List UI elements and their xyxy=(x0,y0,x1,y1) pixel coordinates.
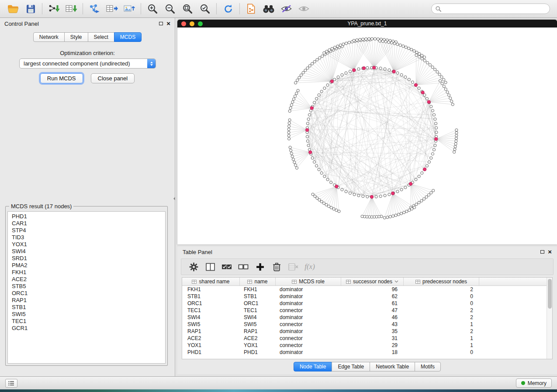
float-panel-icon[interactable] xyxy=(540,250,544,254)
mcds-result-item[interactable]: YOX1 xyxy=(8,241,165,248)
show-all-button[interactable] xyxy=(295,2,312,16)
columns-icon xyxy=(206,263,215,271)
mcds-result-item[interactable]: STB1 xyxy=(8,304,165,311)
table-row[interactable]: STB1STB1dominator620 xyxy=(182,293,552,300)
mcds-result-item[interactable]: TEC1 xyxy=(8,318,165,325)
mcds-result-item[interactable]: ACE2 xyxy=(8,276,165,283)
tab-node-table[interactable]: Node Table xyxy=(294,362,332,371)
window-close-button[interactable] xyxy=(181,21,186,26)
apply-layout-button[interactable] xyxy=(219,2,237,16)
window-zoom-button[interactable] xyxy=(198,21,203,26)
zoom-selected-button[interactable] xyxy=(196,2,214,16)
import-table-button[interactable] xyxy=(62,2,80,16)
tab-select[interactable]: Select xyxy=(88,32,114,42)
deselect-all-rows-button[interactable] xyxy=(238,261,249,272)
collapse-left-icon[interactable] xyxy=(173,197,175,200)
mcds-result-item[interactable]: GCR1 xyxy=(8,325,165,332)
find-button[interactable] xyxy=(260,2,277,16)
table-cell: 46 xyxy=(341,314,404,321)
zoom-out-icon xyxy=(165,3,176,14)
network-canvas[interactable] xyxy=(177,28,557,244)
trash-icon xyxy=(273,262,281,272)
window-minimize-button[interactable] xyxy=(190,21,194,26)
mcds-result-item[interactable]: SWI4 xyxy=(8,248,165,255)
open-file-button[interactable] xyxy=(4,2,22,16)
mcds-result-item[interactable]: CAR1 xyxy=(8,220,165,227)
mcds-result-item[interactable]: RAP1 xyxy=(8,297,165,304)
hide-selected-button[interactable] xyxy=(277,2,295,16)
table-settings-button[interactable] xyxy=(188,261,199,272)
table-cell: FKH1 xyxy=(182,286,240,293)
close-panel-button[interactable]: Close panel xyxy=(91,73,135,83)
mcds-result-item[interactable]: SWI5 xyxy=(8,311,165,318)
table-row[interactable]: FKH1FKH1dominator962 xyxy=(182,286,552,293)
network-window-titlebar[interactable]: YPA_prune.txt_1 xyxy=(177,20,557,28)
tab-network[interactable]: Network xyxy=(33,32,65,42)
table-row[interactable]: ACE2ACE2connector311 xyxy=(182,335,552,342)
show-columns-button[interactable] xyxy=(205,261,215,272)
table-row[interactable]: PHD1PHD1dominator180 xyxy=(182,349,552,356)
eye-icon xyxy=(298,4,310,13)
column-header-shared-name[interactable]: shared name xyxy=(182,278,240,285)
node-table-header: shared name name MCDS role successor nod… xyxy=(182,278,552,286)
table-row[interactable]: RAP1RAP1dominator352 xyxy=(182,328,552,335)
import-network-button[interactable] xyxy=(45,2,62,16)
mcds-result-item[interactable]: ORC1 xyxy=(8,290,165,297)
tab-network-table[interactable]: Network Table xyxy=(370,362,415,371)
network-window-title: YPA_prune.txt_1 xyxy=(348,21,387,27)
select-all-rows-button[interactable] xyxy=(221,261,232,272)
zoom-in-button[interactable] xyxy=(144,2,161,16)
tab-motifs[interactable]: Motifs xyxy=(415,362,441,371)
table-cell: RAP1 xyxy=(240,328,276,335)
search-field[interactable] xyxy=(431,3,550,14)
scrollbar-thumb[interactable] xyxy=(548,279,552,309)
table-row[interactable]: ORC1ORC1dominator610 xyxy=(182,300,552,307)
delete-column-button[interactable] xyxy=(271,261,282,272)
table-row[interactable]: YOX1YOX1connector291 xyxy=(182,342,552,349)
table-row[interactable]: TEC1TEC1connector472 xyxy=(182,307,552,314)
network-graph xyxy=(177,28,557,244)
table-row[interactable]: SWI5SWI5connector431 xyxy=(182,321,552,328)
search-input[interactable] xyxy=(444,6,546,12)
function-builder-button[interactable]: f(x) xyxy=(304,261,315,272)
table-cell: TEC1 xyxy=(240,307,276,314)
tab-edge-table[interactable]: Edge Table xyxy=(332,362,370,371)
mcds-result-list[interactable]: PHD1CAR1STP4TID3YOX1SWI4SRD1PMA2FKH1ACE2… xyxy=(7,211,166,364)
optimization-criterion-select[interactable]: largest connected component (undirected) xyxy=(19,58,156,69)
float-panel-icon[interactable] xyxy=(159,22,163,25)
tab-style[interactable]: Style xyxy=(64,32,88,42)
mcds-result-item[interactable]: TID3 xyxy=(8,234,165,241)
column-header-mcds-role[interactable]: MCDS role xyxy=(276,278,341,285)
memory-button[interactable]: Memory xyxy=(516,378,552,388)
share-document-button[interactable] xyxy=(242,2,260,16)
clear-table-button[interactable] xyxy=(288,261,298,272)
column-header-successor-nodes[interactable]: successor nodes xyxy=(341,278,404,285)
task-history-button[interactable] xyxy=(5,379,17,388)
mcds-result-item[interactable]: FKH1 xyxy=(8,269,165,276)
close-panel-icon[interactable]: × xyxy=(166,21,170,26)
table-cell: 2 xyxy=(404,307,479,314)
mcds-result-item[interactable]: STB5 xyxy=(8,283,165,290)
eye-slash-icon xyxy=(280,4,292,13)
close-panel-icon[interactable]: × xyxy=(548,250,552,254)
table-cell: STB1 xyxy=(182,293,240,300)
tab-mcds[interactable]: MCDS xyxy=(114,32,142,42)
table-row[interactable]: SWI4SWI4dominator462 xyxy=(182,314,552,321)
mcds-result-item[interactable]: PHD1 xyxy=(8,213,165,220)
export-table-button[interactable] xyxy=(103,2,121,16)
save-session-button[interactable] xyxy=(22,2,39,16)
export-image-button[interactable] xyxy=(121,2,138,16)
run-mcds-button[interactable]: Run MCDS xyxy=(40,73,83,83)
table-cell: 1 xyxy=(404,321,479,328)
new-network-button[interactable] xyxy=(86,2,103,16)
column-header-predecessor-nodes[interactable]: predecessor nodes xyxy=(404,278,479,285)
add-column-button[interactable] xyxy=(255,261,265,272)
mcds-result-item[interactable]: STP4 xyxy=(8,227,165,234)
mcds-result-item[interactable]: SRD1 xyxy=(8,255,165,262)
zoom-fit-button[interactable] xyxy=(179,2,196,16)
column-header-name[interactable]: name xyxy=(240,278,276,285)
table-scrollbar[interactable] xyxy=(547,278,552,359)
mcds-result-item[interactable]: PMA2 xyxy=(8,262,165,269)
zoom-out-button[interactable] xyxy=(161,2,179,16)
table-cell: TEC1 xyxy=(182,307,240,314)
